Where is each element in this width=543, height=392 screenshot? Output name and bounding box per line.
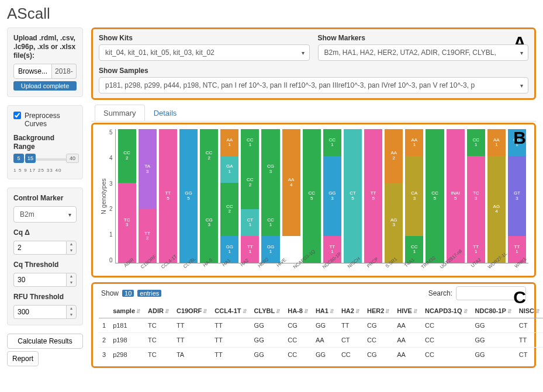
table-cell: TT	[173, 318, 211, 333]
rfu-threshold-field[interactable]	[13, 305, 66, 319]
bar-segment: TA3	[139, 129, 157, 209]
tab-summary[interactable]: Summary	[95, 105, 145, 121]
bg-range-ticks: 1 5 9 17 25 33 40	[13, 168, 77, 173]
bar-segment: CT1	[241, 209, 259, 236]
table-cell: CT	[338, 333, 364, 348]
table-header[interactable]	[99, 304, 109, 318]
chevron-up-icon[interactable]: ▴	[67, 306, 76, 312]
bar-col: CC1TC3TT1	[467, 129, 485, 263]
settings-panel: Control Marker B2m▾ Cq Δ ▴▾ Cq Threshold…	[7, 188, 83, 325]
bar-col: TT5	[364, 129, 382, 263]
bar-col: CG3CC1GG1	[261, 129, 279, 263]
bar-segment: AA1	[220, 129, 238, 156]
caret-icon: ▾	[520, 50, 523, 56]
table-cell: 1	[99, 318, 109, 333]
preprocess-checkbox-row[interactable]: Preprocess Curves	[13, 112, 77, 128]
table-cell: GG	[312, 318, 338, 333]
cq-delta-field[interactable]	[13, 241, 66, 255]
bar-segment: GG5	[179, 129, 198, 263]
bg-range-slider[interactable]: 5 15 40	[13, 155, 77, 165]
chevron-down-icon[interactable]: ▾	[67, 248, 76, 254]
report-button[interactable]: Report	[7, 351, 39, 366]
table-header[interactable]: CCL4-1T⇵	[211, 304, 250, 318]
browse-button[interactable]: Browse...	[13, 64, 52, 79]
table-cell: GG	[472, 318, 516, 333]
table-cell: CC	[421, 348, 472, 362]
chevron-down-icon[interactable]: ▾	[67, 312, 76, 318]
bar-segment: GG3	[323, 156, 341, 236]
x-axis-labels: ADIRC19ORFCCL4-1TCLYBLHA-8HA1HA2HER2HIVE…	[99, 263, 528, 271]
table-header[interactable]: NCAPD3-1Q⇵	[421, 304, 472, 318]
table-cell: GG	[472, 333, 516, 348]
table-header[interactable]: CLYBL⇵	[251, 304, 285, 318]
upload-progress: Upload complete	[13, 81, 77, 91]
table-header[interactable]: HA2⇵	[338, 304, 364, 318]
table-cell: GG	[251, 318, 285, 333]
sidebar: Upload .rdml, .csv, .lc96p, .xls or .xls…	[7, 27, 83, 373]
bar-segment: CC5	[426, 129, 444, 263]
bar-col: TA3TT2	[139, 129, 157, 263]
table-cell: AA	[393, 318, 421, 333]
table-cell: CT	[516, 318, 543, 333]
bar-col: CC5	[426, 129, 444, 263]
bar-col: AA1AG4	[487, 129, 506, 263]
table-cell: AA	[393, 348, 421, 362]
chevron-up-icon[interactable]: ▴	[67, 273, 76, 280]
annotation-c: C	[513, 287, 526, 307]
bg-range-low-handle[interactable]: 5	[13, 154, 24, 163]
preprocess-panel: Preprocess Curves Background Range 5 15 …	[7, 105, 83, 179]
bar-segment: CC5	[303, 129, 321, 263]
table-cell: CC	[284, 333, 312, 348]
show-markers-select[interactable]: B2m, HA1, HA2, HER2, UTA2, ADIR, C19ORF,…	[318, 44, 529, 61]
table-header[interactable]: HIVE⇵	[393, 304, 421, 318]
table-cell: p198	[109, 333, 144, 348]
bg-range-high-handle[interactable]: 15	[25, 154, 36, 163]
table-cell: 2	[99, 333, 109, 348]
tabs: Summary Details	[91, 105, 536, 122]
table-cell: CC	[364, 333, 393, 348]
entries-word: entries	[137, 290, 161, 297]
chevron-down-icon[interactable]: ▾	[67, 280, 76, 286]
show-samples-label: Show Samples	[99, 67, 528, 75]
upload-label: Upload .rdml, .csv, .lc96p, .xls or .xls…	[13, 34, 77, 60]
y-axis-label: N genotypes	[99, 129, 108, 263]
table-header[interactable]: sample⇵	[109, 304, 144, 318]
bg-range-label: Background Range	[13, 134, 77, 151]
show-samples-select[interactable]: p181, p298, p299, p444, p198, NTC, pan I…	[99, 77, 528, 93]
table-cell: CG	[364, 348, 393, 362]
show-kits-select[interactable]: kit_04, kit_01, kit_05, kit_03, kit_02▾	[99, 44, 310, 61]
table-header-row: sample⇵ADIR⇵C19ORF⇵CCL4-1T⇵CLYBL⇵HA-8⇵HA…	[99, 304, 543, 318]
bar-segment: CC1	[241, 129, 259, 156]
bar-segment: AA4	[282, 129, 300, 236]
cq-delta-label: Cq Δ	[13, 228, 77, 237]
table-header[interactable]: HA1⇵	[312, 304, 338, 318]
tab-details[interactable]: Details	[145, 105, 186, 121]
entries-count[interactable]: 10	[122, 290, 134, 297]
uploaded-filename: 2018-	[52, 64, 77, 79]
control-marker-select[interactable]: B2m▾	[13, 206, 77, 223]
table-cell: GG	[312, 348, 338, 362]
table-header[interactable]: NDC80-1P⇵	[472, 304, 516, 318]
bar-segment: GA1	[220, 156, 238, 183]
bg-range-max: 40	[66, 154, 79, 163]
table-header[interactable]: HER2⇵	[364, 304, 393, 318]
table-cell: TC	[144, 318, 173, 333]
preprocess-checkbox[interactable]	[13, 112, 21, 119]
control-marker-label: Control Marker	[13, 194, 77, 203]
rfu-threshold-input[interactable]: ▴▾	[13, 305, 77, 319]
show-kits-label: Show Kits	[99, 34, 310, 42]
table-cell: CC	[338, 348, 364, 362]
bar-col: GG5	[179, 129, 198, 263]
table-cell: CT	[516, 348, 543, 362]
table-header[interactable]: HA-8⇵	[284, 304, 312, 318]
table-header[interactable]: C19ORF⇵	[173, 304, 211, 318]
cq-delta-input[interactable]: ▴▾	[13, 241, 77, 255]
chevron-up-icon[interactable]: ▴	[67, 241, 76, 248]
table-header[interactable]: ADIR⇵	[144, 304, 173, 318]
cq-threshold-input[interactable]: ▴▾	[13, 273, 77, 287]
table-cell: GG	[472, 348, 516, 362]
bar-col: CC2TC3	[118, 129, 136, 263]
cq-threshold-field[interactable]	[13, 273, 66, 287]
calculate-button[interactable]: Calculate Results	[7, 334, 83, 349]
bar-segment: AG3	[385, 183, 403, 263]
